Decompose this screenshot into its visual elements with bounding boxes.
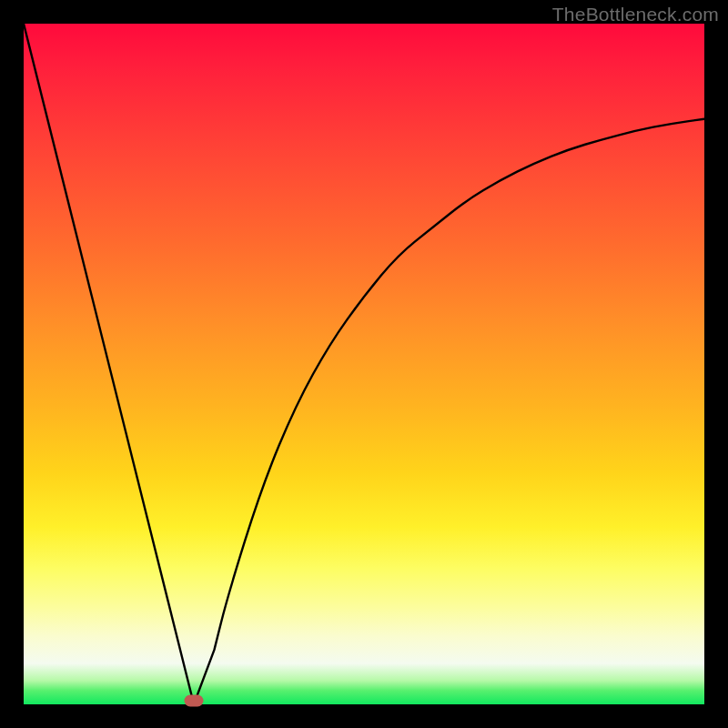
minimum-marker (185, 695, 204, 707)
watermark-text: TheBottleneck.com (552, 4, 719, 25)
curve-path (24, 24, 704, 704)
plot-area (24, 24, 704, 704)
chart-frame: TheBottleneck.com (0, 0, 728, 728)
bottleneck-curve (24, 24, 704, 704)
